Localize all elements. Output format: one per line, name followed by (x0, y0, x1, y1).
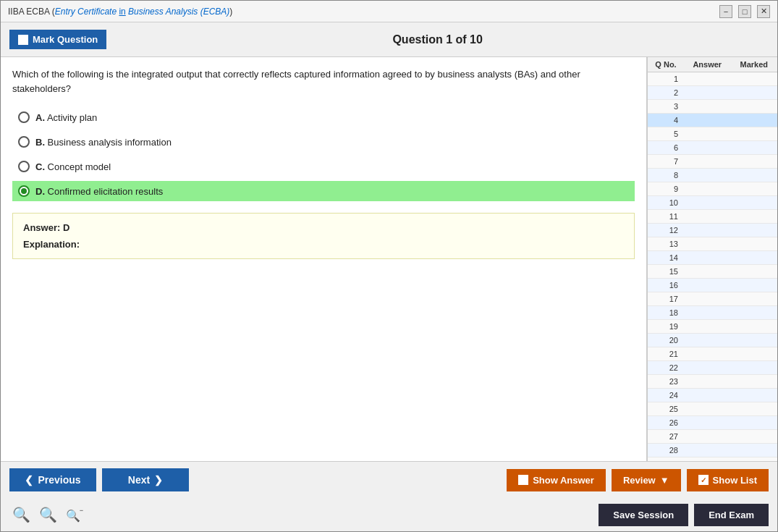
sidebar-row[interactable]: 28 (648, 444, 777, 457)
sidebar-row[interactable]: 12 (648, 224, 777, 237)
sidebar-cell-answer (684, 416, 731, 429)
sidebar-cell-marked (731, 237, 778, 250)
radio-a (18, 111, 30, 123)
top-toolbar: Mark Question Question 1 of 10 (1, 22, 777, 57)
sidebar-cell-marked (731, 72, 778, 85)
sidebar-row[interactable]: 4 (648, 114, 777, 127)
sidebar-row[interactable]: 8 (648, 169, 777, 182)
sidebar-cell-marked (731, 155, 778, 168)
sidebar-row[interactable]: 27 (648, 430, 777, 444)
sidebar-row[interactable]: 19 (648, 320, 777, 334)
previous-arrow-icon: ❮ (25, 474, 33, 486)
show-answer-button[interactable]: Show Answer (507, 469, 606, 491)
previous-label: Previous (38, 474, 80, 486)
sidebar-cell-num: 3 (648, 100, 684, 113)
sidebar-cell-answer (684, 100, 731, 113)
zoom-normal-button[interactable]: 🔍 (36, 504, 60, 525)
sidebar-cell-num: 2 (648, 86, 684, 99)
option-b[interactable]: B. Business analysis information (12, 132, 635, 152)
option-d[interactable]: D. Confirmed elicitation results (12, 181, 635, 201)
show-answer-label: Show Answer (533, 475, 594, 486)
sidebar-cell-num: 17 (648, 292, 684, 305)
sidebar-rows: 1234567891011121314151617181920212223242… (648, 72, 777, 461)
sidebar-cell-num: 21 (648, 347, 684, 360)
title-bar-text: IIBA ECBA (Entry Certificate in Business… (8, 7, 232, 17)
sidebar-cell-num: 26 (648, 416, 684, 429)
sidebar-cell-answer (684, 114, 731, 127)
sidebar-row[interactable]: 23 (648, 375, 777, 389)
sidebar-row[interactable]: 24 (648, 389, 777, 402)
sidebar-cell-marked (731, 347, 778, 360)
option-a[interactable]: A. Activity plan (12, 107, 635, 127)
sidebar-cell-answer (684, 430, 731, 443)
sidebar-cell-marked (731, 196, 778, 209)
title-bar: IIBA ECBA (Entry Certificate in Business… (1, 1, 777, 22)
sidebar-cell-num: 6 (648, 141, 684, 154)
sidebar-col-answer: Answer (684, 57, 731, 72)
sidebar-cell-num: 22 (648, 361, 684, 374)
sidebar-row[interactable]: 11 (648, 210, 777, 224)
sidebar-row[interactable]: 17 (648, 292, 777, 306)
sidebar-cell-num: 16 (648, 279, 684, 292)
bottom-toolbar: ❮ Previous Next ❯ Show Answer Review ▼ S (1, 461, 777, 531)
sidebar-col-marked: Marked (731, 57, 778, 72)
sidebar-col-qno: Q No. (648, 57, 684, 72)
sidebar-cell-num: 27 (648, 430, 684, 443)
save-session-button[interactable]: Save Session (599, 504, 688, 526)
review-button[interactable]: Review ▼ (612, 469, 681, 491)
sidebar-row[interactable]: 13 (648, 237, 777, 251)
sidebar-cell-marked (731, 210, 778, 223)
sidebar-cell-marked (731, 127, 778, 140)
sidebar-row[interactable]: 6 (648, 141, 777, 155)
sidebar-row[interactable]: 15 (648, 265, 777, 279)
sidebar-cell-answer (684, 251, 731, 264)
maximize-button[interactable]: □ (738, 5, 751, 18)
sidebar-row[interactable]: 25 (648, 402, 777, 416)
sidebar-row[interactable]: 7 (648, 155, 777, 169)
sidebar-row[interactable]: 20 (648, 334, 777, 347)
sidebar-row[interactable]: 10 (648, 196, 777, 210)
show-answer-checkbox-icon (518, 475, 528, 485)
sidebar-row[interactable]: 2 (648, 86, 777, 100)
sidebar-cell-marked (731, 389, 778, 402)
next-label: Next (128, 474, 150, 486)
sidebar-row[interactable]: 16 (648, 279, 777, 292)
sidebar-cell-num: 25 (648, 402, 684, 415)
sidebar-row[interactable]: 21 (648, 347, 777, 361)
next-arrow-icon: ❯ (154, 474, 163, 486)
sidebar-cell-answer (684, 375, 731, 388)
sidebar-cell-answer (684, 141, 731, 154)
sidebar-cell-num: 19 (648, 320, 684, 333)
explanation-line: Explanation: (23, 239, 624, 250)
sidebar-cell-answer (684, 320, 731, 333)
sidebar-cell-num: 18 (648, 306, 684, 319)
option-c[interactable]: C. Concept model (12, 156, 635, 177)
sidebar-cell-answer (684, 237, 731, 250)
sidebar-cell-marked (731, 251, 778, 264)
sidebar-cell-marked (731, 430, 778, 443)
sidebar-row[interactable]: 26 (648, 416, 777, 430)
minimize-button[interactable]: − (719, 5, 732, 18)
sidebar-row[interactable]: 5 (648, 127, 777, 141)
sidebar-cell-answer (684, 402, 731, 415)
show-list-button[interactable]: Show List (687, 469, 769, 491)
radio-b (18, 136, 30, 148)
end-exam-button[interactable]: End Exam (694, 504, 769, 526)
zoom-in-button[interactable]: 🔍− (63, 505, 83, 525)
title-bar-controls: − □ ✕ (719, 5, 770, 18)
sidebar-row[interactable]: 14 (648, 251, 777, 265)
sidebar-row[interactable]: 3 (648, 100, 777, 114)
mark-question-button[interactable]: Mark Question (9, 30, 106, 49)
close-button[interactable]: ✕ (757, 5, 770, 18)
next-button[interactable]: Next ❯ (102, 468, 189, 491)
sidebar-row[interactable]: 18 (648, 306, 777, 320)
sidebar-cell-num: 13 (648, 237, 684, 250)
sidebar-cell-answer (684, 306, 731, 319)
sidebar-row[interactable]: 1 (648, 72, 777, 86)
zoom-out-button[interactable]: 🔍 (9, 504, 33, 525)
sidebar-row[interactable]: 22 (648, 361, 777, 375)
previous-button[interactable]: ❮ Previous (9, 468, 96, 491)
sidebar-cell-num: 9 (648, 182, 684, 195)
sidebar-cell-answer (684, 334, 731, 347)
sidebar-row[interactable]: 9 (648, 182, 777, 196)
